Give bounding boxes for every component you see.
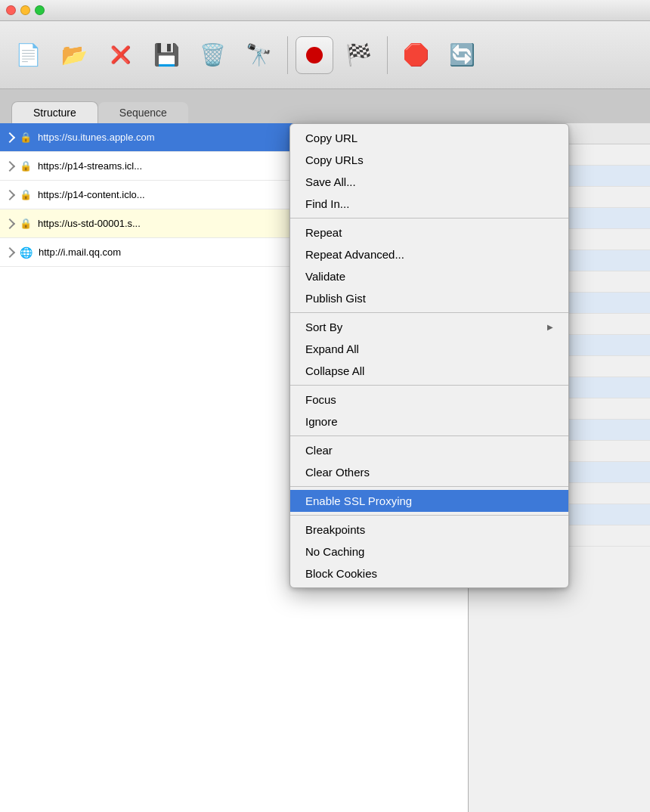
menu-sep-2: [290, 312, 568, 313]
save-icon: 💾: [153, 45, 180, 66]
record-button[interactable]: [296, 36, 333, 74]
tab-sequence[interactable]: Sequence: [98, 102, 188, 123]
lock-icon-2: 🔒: [20, 189, 32, 201]
expand-arrow-3: [5, 218, 15, 228]
menu-focus[interactable]: Focus: [290, 389, 568, 411]
toolbar-sep-1: [287, 36, 288, 74]
menu-clear[interactable]: Clear: [290, 439, 568, 461]
minimize-button[interactable]: [20, 5, 30, 15]
stop-icon: 🛑: [403, 45, 429, 66]
menu-sep-1: [290, 218, 568, 218]
main-content: 🔒 https://su.itunes.apple.com 🔒 https://…: [0, 123, 650, 812]
menu-enable-ssl[interactable]: Enable SSL Proxying: [290, 490, 568, 512]
open-button[interactable]: 📂: [54, 33, 95, 78]
menu-sort-by[interactable]: Sort By ▶: [290, 316, 568, 338]
remove-icon: ❌: [110, 47, 131, 64]
menu-ignore[interactable]: Ignore: [290, 411, 568, 432]
binoculars-button[interactable]: 🔭: [238, 33, 280, 78]
remove-button[interactable]: ❌: [100, 33, 141, 78]
menu-repeat[interactable]: Repeat: [290, 222, 568, 243]
save-button[interactable]: 💾: [146, 33, 187, 78]
new-icon: 📄: [15, 45, 42, 66]
toolbar-sep-2: [387, 36, 388, 74]
menu-save-all[interactable]: Save All...: [290, 171, 568, 193]
trash-button[interactable]: 🗑️: [192, 33, 234, 78]
refresh-icon: 🔄: [449, 45, 475, 66]
url-text-1: https://p14-streams.icl...: [38, 160, 142, 172]
menu-copy-url[interactable]: Copy URL: [290, 127, 568, 149]
close-button[interactable]: [6, 5, 16, 15]
menu-validate[interactable]: Validate: [290, 265, 568, 287]
submenu-arrow-icon: ▶: [547, 323, 553, 331]
globe-icon-4: 🌐: [20, 246, 32, 259]
menu-sep-3: [290, 385, 568, 386]
menu-block-cookies[interactable]: Block Cookies: [290, 563, 568, 584]
expand-arrow-0: [5, 132, 15, 142]
menu-collapse-all[interactable]: Collapse All: [290, 360, 568, 382]
toolbar: 📄 📂 ❌ 💾 🗑️ 🔭 🏁 🛑 🔄: [0, 21, 650, 89]
stop-button[interactable]: 🛑: [395, 33, 437, 78]
trash-icon: 🗑️: [200, 45, 226, 66]
expand-arrow-1: [5, 160, 15, 171]
new-button[interactable]: 📄: [8, 33, 49, 78]
menu-sep-6: [290, 515, 568, 516]
maximize-button[interactable]: [35, 5, 45, 15]
tab-structure[interactable]: Structure: [11, 101, 98, 123]
tab-bar: Structure Sequence: [0, 89, 650, 123]
menu-breakpoints[interactable]: Breakpoints: [290, 519, 568, 541]
record-icon: [306, 47, 323, 64]
flag-button[interactable]: 🏁: [338, 33, 379, 78]
menu-publish-gist[interactable]: Publish Gist: [290, 287, 568, 309]
open-icon: 📂: [61, 45, 88, 66]
url-text-2: https://p14-content.iclo...: [38, 189, 145, 200]
context-menu: Copy URL Copy URLs Save All... Find In..…: [289, 123, 569, 588]
menu-sep-4: [290, 435, 568, 436]
flag-icon: 🏁: [345, 45, 372, 66]
menu-clear-others[interactable]: Clear Others: [290, 461, 568, 483]
lock-icon-3: 🔒: [20, 218, 32, 230]
menu-copy-urls[interactable]: Copy URLs: [290, 149, 568, 171]
menu-repeat-advanced[interactable]: Repeat Advanced...: [290, 243, 568, 265]
binoculars-icon: 🔭: [246, 45, 272, 66]
url-text-3: https://us-std-00001.s...: [38, 218, 141, 229]
menu-find-in[interactable]: Find In...: [290, 193, 568, 215]
menu-sort-by-label: Sort By: [305, 321, 342, 333]
menu-no-caching[interactable]: No Caching: [290, 541, 568, 563]
lock-icon-0: 🔒: [20, 132, 32, 144]
lock-icon-1: 🔒: [20, 160, 32, 172]
url-text-0: https://su.itunes.apple.com: [38, 132, 155, 143]
menu-sep-5: [290, 486, 568, 487]
expand-arrow-2: [5, 189, 15, 200]
title-bar: [0, 0, 650, 21]
url-text-4: http://i.mail.qq.com: [39, 246, 121, 258]
refresh-button[interactable]: 🔄: [441, 33, 483, 78]
expand-arrow-4: [5, 246, 15, 257]
menu-expand-all[interactable]: Expand All: [290, 338, 568, 360]
